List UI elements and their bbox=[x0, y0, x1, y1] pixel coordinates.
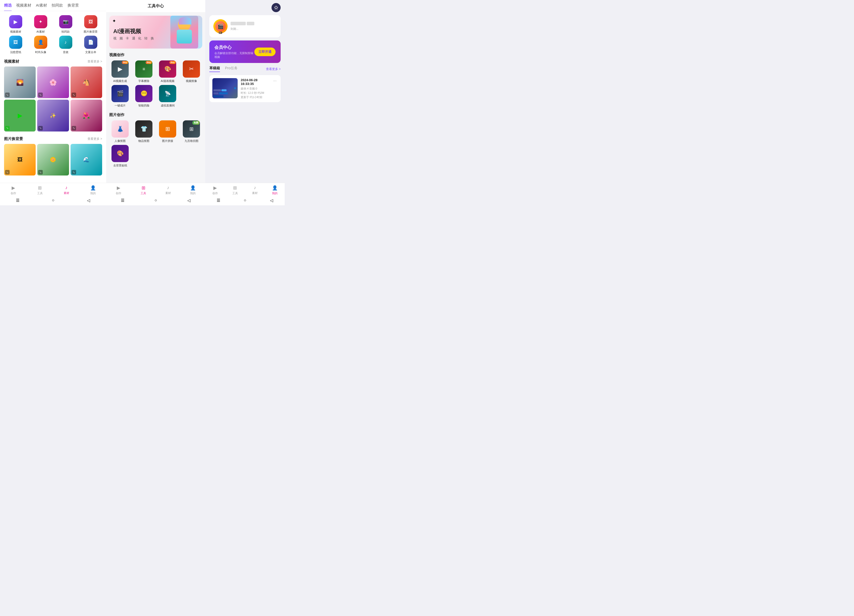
pro-badge-2: Pro bbox=[146, 61, 152, 64]
image-more-link[interactable]: 查看更多 > bbox=[87, 137, 102, 141]
video-thumb-5[interactable]: ✨ ⤡ bbox=[37, 100, 69, 131]
video-thumb-6[interactable]: 🌺 ⤡ bbox=[70, 100, 102, 131]
right-header bbox=[205, 0, 285, 15]
open-member-button[interactable]: 立即开通 bbox=[254, 47, 276, 56]
video-thumb-1[interactable]: 🌄 ⤡ bbox=[4, 67, 36, 98]
tool-label-portrait: 人像抠图 bbox=[114, 139, 126, 143]
image-tool-grid: 👗 人像抠图 👕 物品抠图 ⊞ 图片拼接 ⊞ bbox=[109, 120, 202, 168]
right-back-btn[interactable]: ◁ bbox=[269, 198, 274, 203]
tool-caption[interactable]: ≡ Pro 字幕擦除 bbox=[133, 61, 155, 83]
tool-portrait[interactable]: 👗 人像抠图 bbox=[109, 120, 131, 143]
left-nav-material[interactable]: ♪ 素材 bbox=[59, 185, 74, 195]
settings-icon[interactable] bbox=[271, 3, 281, 12]
image-thumb-2[interactable]: 🌼 ⤡ bbox=[37, 144, 69, 175]
tool-label-more: 去背景贴纸 bbox=[113, 164, 127, 168]
expand-icon-4: ⤡ bbox=[5, 126, 10, 131]
icon-sound[interactable]: ♪ 音效 bbox=[54, 36, 77, 54]
icon-wallpaper[interactable]: 🖼 治愈壁纸 bbox=[4, 36, 27, 54]
left-home-btn[interactable]: ○ bbox=[50, 198, 56, 203]
mid-back-btn[interactable]: ◁ bbox=[186, 198, 191, 203]
sound-icon: ♪ bbox=[64, 40, 67, 45]
video-more-link[interactable]: 查看更多 > bbox=[87, 59, 102, 64]
nav-huanbeiing[interactable]: 换背景 bbox=[67, 3, 79, 8]
expand-icon-2: ⤡ bbox=[38, 93, 43, 97]
right-content: 🎬 V 到期... 会员中心 会员解锁全部功能，无限制剪辑视频 立即开通 bbox=[205, 15, 285, 183]
draft-more-btn[interactable]: ··· bbox=[272, 78, 278, 84]
icon-ai-material[interactable]: ✦ AI素材 bbox=[29, 15, 52, 34]
tool-product[interactable]: 👕 物品抠图 bbox=[133, 120, 155, 143]
mine-icon-right: 👤 bbox=[272, 185, 278, 191]
icon-patongkuan[interactable]: 📷 拍同款 bbox=[54, 15, 77, 34]
mid-nav-mine[interactable]: 👤 我的 bbox=[185, 185, 200, 195]
right-nav-tools[interactable]: ⊞ 工具 bbox=[227, 185, 243, 195]
tool-anime[interactable]: 🎨 Pro AI漫画视频 bbox=[157, 61, 178, 83]
tool-ai-video[interactable]: ▶ Pro AI视频生成 bbox=[109, 61, 131, 83]
video-section-header: 视频素材 查看更多 > bbox=[4, 59, 102, 64]
icon-script[interactable]: 📄 文案台本 bbox=[79, 36, 102, 54]
tool-collage[interactable]: ⊞ 图片拼接 bbox=[157, 120, 178, 143]
left-back-btn[interactable]: ◁ bbox=[86, 198, 91, 203]
video-thumb-3[interactable]: 🐴 ⤡ bbox=[70, 67, 102, 98]
right-home-btn[interactable]: ○ bbox=[242, 198, 247, 203]
video-thumb-4[interactable]: ▶ ⤡ bbox=[4, 100, 36, 131]
right-nav-create[interactable]: ▶ 创作 bbox=[207, 185, 223, 195]
video-tools-title: 视频创作 bbox=[109, 53, 202, 57]
see-more-link[interactable]: 查看更多 > bbox=[266, 67, 281, 71]
left-nav-tools[interactable]: ⊞ 工具 bbox=[32, 185, 47, 195]
icon-label-sound: 音效 bbox=[63, 50, 69, 54]
mid-nav-create[interactable]: ▶ 创作 bbox=[111, 185, 126, 195]
tools-icon-right: ⊞ bbox=[233, 185, 237, 191]
right-nav-material[interactable]: ♪ 素材 bbox=[247, 185, 262, 195]
nav-video-material[interactable]: 视频素材 bbox=[16, 3, 31, 8]
material-label-mid: 素材 bbox=[165, 191, 171, 195]
right-nav-mine[interactable]: 👤 我的 bbox=[267, 185, 282, 195]
right-menu-btn[interactable]: ☰ bbox=[216, 198, 221, 203]
left-menu-btn[interactable]: ☰ bbox=[15, 198, 20, 203]
ai-banner[interactable]: ✦ AI漫画视频 视 频 卡 通 化 转 换 bbox=[109, 16, 202, 49]
tools-center-title: 工具中心 bbox=[148, 4, 164, 8]
mid-nav-tools[interactable]: ⊞ 工具 bbox=[136, 185, 151, 195]
profile-card: 🎬 V 到期... bbox=[209, 15, 281, 37]
left-nav-create[interactable]: ▶ 创作 bbox=[6, 185, 21, 195]
tool-extract[interactable]: ✂ 视频抠像 bbox=[180, 61, 202, 83]
icon-label-script: 文案台本 bbox=[85, 50, 96, 54]
middle-panel: 工具中心 ✦ AI漫画视频 视 频 卡 通 化 转 换 视频创作 bbox=[106, 0, 205, 205]
image-thumb-3[interactable]: 🌊 ⤡ bbox=[70, 144, 102, 175]
tool-vr[interactable]: 📡 虚拟直播间 bbox=[157, 85, 178, 107]
mine-label-left: 我的 bbox=[90, 191, 96, 195]
mid-home-btn[interactable]: ○ bbox=[153, 198, 158, 203]
mid-menu-btn[interactable]: ☰ bbox=[120, 198, 125, 203]
tools-icon-mid: ⊞ bbox=[142, 185, 145, 191]
mid-nav-material[interactable]: ♪ 素材 bbox=[160, 185, 176, 195]
banner-image bbox=[171, 16, 198, 49]
nav-patongkuan[interactable]: 拍同款 bbox=[52, 3, 63, 8]
tool-grid[interactable]: ⊞ 免费 九宫格切图 bbox=[180, 120, 202, 143]
tab-pro-tasks[interactable]: Pro任务 bbox=[225, 66, 238, 72]
pro-badge-3: Pro bbox=[169, 61, 176, 64]
icon-video-material[interactable]: ▶ 视频素材 bbox=[4, 15, 27, 34]
video-thumb-2[interactable]: 🌸 ⤡ bbox=[37, 67, 69, 98]
image-thumb-1[interactable]: 🖼 ⤡ bbox=[4, 144, 36, 175]
icon-image-bg[interactable]: 🖼 图片换背景 bbox=[79, 15, 102, 34]
tool-more[interactable]: 🎨 去背景贴纸 bbox=[109, 145, 131, 168]
avatar-inner: 🎬 bbox=[215, 21, 226, 32]
mine-label-right: 我的 bbox=[272, 191, 278, 195]
tools-label-left: 工具 bbox=[37, 191, 43, 195]
nav-jingxuan[interactable]: 精选 bbox=[4, 3, 12, 8]
left-nav-mine[interactable]: 👤 我的 bbox=[85, 185, 101, 195]
draft-card[interactable]: 2024-06-28 16:33:35 媒体:4 音频:0 时长: 12.0 秒… bbox=[209, 75, 281, 102]
svg-marker-0 bbox=[274, 6, 278, 9]
material-icon-mid: ♪ bbox=[167, 185, 169, 191]
middle-content: ✦ AI漫画视频 视 频 卡 通 化 转 换 视频创作 ▶ Pro bbox=[106, 13, 205, 183]
create-label-right: 创作 bbox=[212, 191, 218, 195]
tool-face[interactable]: 😶 智能挡脸 bbox=[133, 85, 155, 107]
nav-ai-material[interactable]: AI素材 bbox=[36, 3, 47, 8]
tool-label-anime: AI漫画视频 bbox=[161, 79, 174, 83]
banner-subtitle: 视 频 卡 通 化 转 换 bbox=[113, 36, 155, 41]
tool-onekey[interactable]: 🎬 一键成片 bbox=[109, 85, 131, 107]
tabs-left: 草稿箱 Pro任务 bbox=[209, 66, 238, 72]
tools-icon-left: ⊞ bbox=[38, 185, 42, 191]
icon-label-ai: AI素材 bbox=[37, 30, 44, 34]
icon-avatar[interactable]: 👤 时尚头像 bbox=[29, 36, 52, 54]
tab-drafts[interactable]: 草稿箱 bbox=[209, 66, 220, 72]
